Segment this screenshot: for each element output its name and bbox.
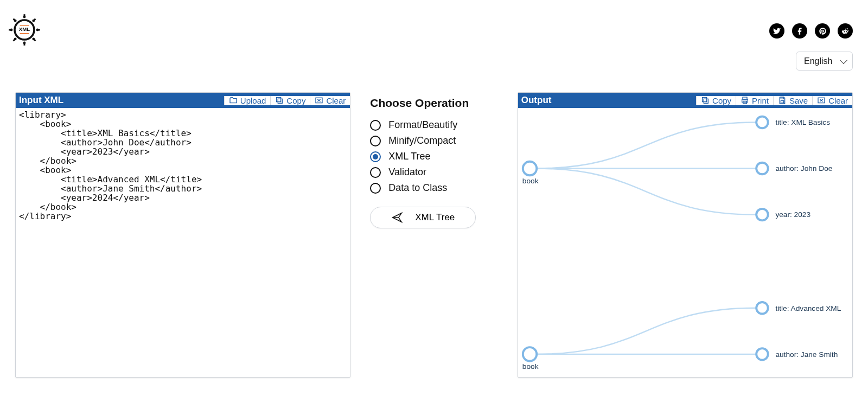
svg-text:book: book: [522, 362, 539, 371]
twitter-icon[interactable]: [769, 23, 784, 39]
svg-text:author: Jane Smith: author: Jane Smith: [775, 350, 838, 359]
radio-icon: [370, 183, 381, 194]
run-button[interactable]: XML Tree: [370, 207, 476, 228]
operation-validator[interactable]: Validator: [370, 167, 498, 178]
operation-label: XML Tree: [388, 151, 430, 162]
svg-text:author: John Doe: author: John Doe: [775, 164, 832, 173]
upload-button[interactable]: Upload: [224, 96, 271, 105]
svg-point-10: [23, 42, 26, 44]
run-button-label: XML Tree: [415, 212, 455, 223]
svg-point-44: [523, 347, 537, 361]
radio-icon: [370, 151, 381, 162]
save-label: Save: [789, 96, 808, 105]
input-title: Input XML: [16, 95, 67, 106]
output-viewer[interactable]: title: XML Basicsauthor: John Doeyear: 2…: [518, 108, 852, 377]
social-links: [769, 23, 853, 39]
svg-rect-24: [704, 99, 708, 103]
svg-point-9: [23, 16, 26, 18]
radio-icon: [370, 120, 381, 131]
send-icon: [391, 212, 403, 224]
logo: XML: [8, 14, 41, 46]
reddit-icon[interactable]: [838, 23, 853, 39]
radio-icon: [370, 136, 381, 146]
svg-point-38: [523, 162, 537, 175]
operation-label: Minify/Compact: [388, 135, 456, 146]
svg-rect-21: [277, 98, 281, 102]
input-panel-header: Input XML Upload Copy Clear: [16, 93, 350, 108]
operations: Choose Operation Format/BeautifyMinify/C…: [370, 92, 498, 228]
operation-dataclass[interactable]: Data to Class: [370, 182, 498, 194]
svg-point-42: [756, 348, 768, 360]
output-clear-label: Clear: [828, 96, 848, 105]
operation-label: Format/Beautify: [388, 119, 457, 131]
svg-point-16: [32, 20, 35, 22]
svg-text:title: XML Basics: title: XML Basics: [775, 118, 830, 126]
svg-rect-29: [781, 97, 783, 99]
svg-rect-19: [20, 33, 29, 34]
svg-rect-30: [781, 101, 783, 103]
operation-minify[interactable]: Minify/Compact: [370, 135, 498, 146]
svg-rect-18: [20, 25, 29, 26]
svg-point-12: [36, 29, 39, 31]
operation-format[interactable]: Format/Beautify: [370, 119, 498, 131]
svg-text:year: 2023: year: 2023: [775, 210, 810, 219]
svg-rect-20: [278, 99, 283, 103]
print-button[interactable]: Print: [736, 96, 773, 105]
output-copy-button[interactable]: Copy: [696, 96, 736, 105]
svg-point-11: [10, 29, 13, 31]
output-copy-label: Copy: [712, 96, 731, 105]
output-title: Output: [518, 95, 555, 106]
operation-label: Validator: [388, 167, 426, 178]
save-button[interactable]: Save: [773, 96, 812, 105]
operation-label: Data to Class: [388, 182, 447, 194]
svg-point-14: [32, 37, 35, 40]
facebook-icon[interactable]: [792, 23, 807, 39]
input-clear-label: Clear: [326, 96, 346, 105]
input-clear-button[interactable]: Clear: [310, 96, 350, 105]
svg-point-34: [756, 163, 768, 175]
svg-point-40: [756, 302, 768, 314]
input-panel: Input XML Upload Copy Clear <library> <b…: [15, 92, 350, 378]
svg-rect-25: [703, 98, 707, 102]
input-copy-label: Copy: [286, 96, 305, 105]
svg-text:book: book: [522, 177, 539, 185]
upload-label: Upload: [240, 96, 266, 105]
svg-point-36: [756, 209, 768, 221]
operations-heading: Choose Operation: [370, 97, 498, 110]
radio-icon: [370, 167, 381, 178]
output-panel-header: Output Copy Print Save Clear: [518, 93, 852, 108]
input-editor[interactable]: <library> <book> <title>XML Basics</titl…: [16, 108, 350, 377]
pinterest-icon[interactable]: [815, 23, 830, 39]
operation-tree[interactable]: XML Tree: [370, 151, 498, 162]
svg-point-32: [756, 117, 768, 129]
svg-point-15: [14, 37, 17, 40]
svg-text:title: Advanced XML: title: Advanced XML: [775, 304, 841, 312]
output-clear-button[interactable]: Clear: [812, 96, 852, 105]
input-copy-button[interactable]: Copy: [270, 96, 310, 105]
language-select[interactable]: English: [796, 52, 853, 71]
svg-point-13: [14, 20, 17, 22]
svg-text:XML: XML: [19, 26, 30, 32]
print-label: Print: [752, 96, 769, 105]
output-panel: Output Copy Print Save Clear: [518, 92, 853, 378]
